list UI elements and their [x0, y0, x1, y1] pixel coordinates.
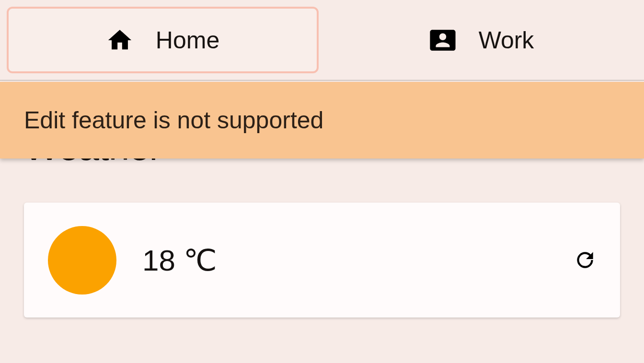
tab-home[interactable]: Home [7, 7, 319, 73]
toast: Edit feature is not supported [0, 82, 644, 159]
toast-message: Edit feature is not supported [24, 106, 323, 134]
tab-work-label: Work [479, 26, 534, 54]
temperature-value: 18 ℃ [142, 243, 217, 278]
weather-card: 18 ℃ [24, 203, 620, 318]
tab-bar: Home Work [0, 0, 644, 80]
person-icon [429, 26, 457, 54]
sun-icon [48, 226, 116, 295]
refresh-button[interactable] [573, 248, 597, 272]
refresh-icon [573, 265, 597, 273]
tab-home-label: Home [156, 26, 219, 54]
home-icon [106, 26, 134, 54]
tab-work[interactable]: Work [325, 7, 637, 73]
